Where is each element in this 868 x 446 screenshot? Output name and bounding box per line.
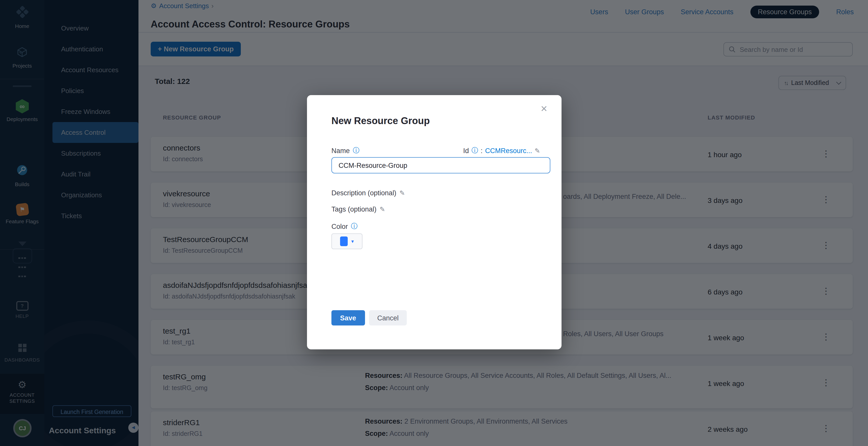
id-value[interactable]: CCMResourc...: [485, 147, 532, 155]
id-row: Id ⓘ : CCMResourc... ✎: [463, 146, 540, 155]
chevron-down-icon: ▾: [351, 239, 354, 244]
description-label: Description (optional) ✎: [332, 189, 405, 197]
description-label-text: Description (optional): [332, 189, 396, 197]
id-label: Id: [463, 147, 469, 155]
color-swatch: [340, 237, 348, 246]
edit-icon[interactable]: ✎: [379, 205, 385, 213]
name-label-text: Name: [332, 147, 350, 155]
close-icon[interactable]: ×: [541, 102, 547, 115]
info-icon[interactable]: ⓘ: [351, 222, 358, 231]
info-icon[interactable]: ⓘ: [353, 146, 360, 155]
info-icon[interactable]: ⓘ: [471, 146, 478, 155]
edit-icon[interactable]: ✎: [534, 147, 540, 155]
color-label: Color ⓘ: [332, 222, 358, 231]
tags-label-text: Tags (optional): [332, 205, 376, 213]
save-button[interactable]: Save: [332, 310, 365, 325]
cancel-button[interactable]: Cancel: [369, 310, 407, 325]
color-label-text: Color: [332, 222, 348, 230]
new-resource-group-modal: × New Resource Group Name ⓘ Id ⓘ : CCMRe…: [307, 95, 561, 349]
id-separator: :: [480, 147, 483, 155]
app-window: Home Projects ∞ Deployments Builds ⚑ Fea…: [0, 0, 868, 446]
edit-icon[interactable]: ✎: [399, 189, 405, 197]
modal-title: New Resource Group: [332, 115, 430, 127]
color-picker-dropdown[interactable]: ▾: [332, 233, 363, 249]
name-label: Name ⓘ: [332, 146, 360, 155]
name-input[interactable]: [332, 157, 550, 173]
tags-label: Tags (optional) ✎: [332, 205, 385, 213]
